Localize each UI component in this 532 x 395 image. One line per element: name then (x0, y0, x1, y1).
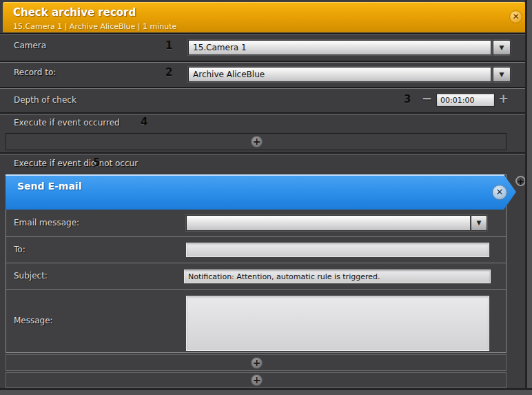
camera-label: Camera (14, 41, 46, 50)
dialog-title: Check archive record (13, 6, 136, 19)
dialog-titlebar: Check archive record 15.Camera 1 | Archi… (3, 2, 529, 32)
execute-if-not-occurred-label: Execute if event did not occur (14, 159, 138, 168)
to-input[interactable] (186, 243, 489, 257)
depth-increment-plus-icon[interactable]: + (498, 92, 509, 105)
divider (6, 289, 507, 290)
dialog-subtitle: 15.Camera 1 | Archive AliceBlue | 1 minu… (13, 22, 176, 31)
remove-action-close-icon[interactable]: ✕ (492, 185, 507, 200)
occurred-actions-box: + (6, 133, 507, 150)
step-number-3: 3 (404, 93, 411, 105)
check-archive-record-dialog: Check archive record 15.Camera 1 | Archi… (0, 0, 532, 395)
message-textarea[interactable] (186, 296, 489, 351)
execute-if-occurred-label: Execute if event occurred (14, 118, 120, 128)
divider (0, 33, 526, 35)
divider (0, 61, 526, 63)
depth-of-check-label: Depth of check (14, 95, 76, 105)
step-number-1: 1 (165, 39, 172, 52)
step-number-5: 5 (93, 156, 100, 169)
record-to-label: Record to: (14, 68, 56, 77)
email-message-dropdown-arrow-icon[interactable]: ▼ (471, 215, 487, 231)
divider (6, 236, 507, 237)
window-edge (527, 0, 532, 395)
send-email-header[interactable]: Send E-mail ✕ (6, 174, 516, 210)
to-label: To: (14, 245, 25, 254)
subject-input[interactable] (184, 270, 491, 283)
camera-select[interactable]: 15.Camera 1 (188, 40, 491, 55)
divider (6, 263, 507, 263)
add-action-row: + (6, 354, 507, 371)
step-number-2: 2 (165, 66, 172, 79)
subject-label: Subject: (14, 271, 48, 281)
message-label: Message: (14, 316, 53, 325)
record-to-dropdown-arrow-icon[interactable]: ▼ (493, 67, 511, 82)
close-icon[interactable]: ✕ (509, 10, 522, 23)
add-rule-plus-icon[interactable]: + (251, 374, 263, 386)
depth-decrement-minus-icon[interactable]: − (422, 92, 432, 105)
add-rule-row: + (6, 372, 507, 388)
camera-dropdown-arrow-icon[interactable]: ▼ (493, 40, 511, 55)
add-occurred-action-plus-icon[interactable]: + (251, 136, 263, 148)
divider (0, 87, 526, 89)
record-to-select[interactable]: Archive AliceBlue (188, 67, 491, 82)
divider (0, 152, 526, 154)
add-action-plus-icon[interactable]: + (251, 357, 263, 369)
depth-of-check-input[interactable] (436, 93, 495, 107)
step-number-4: 4 (141, 116, 147, 128)
add-not-occurred-action-plus-icon[interactable]: + (515, 176, 526, 186)
email-message-select[interactable] (186, 215, 471, 231)
divider (0, 112, 526, 114)
email-message-label: Email message: (14, 218, 79, 227)
send-email-title: Send E-mail (17, 181, 81, 192)
window-edge (0, 390, 532, 395)
